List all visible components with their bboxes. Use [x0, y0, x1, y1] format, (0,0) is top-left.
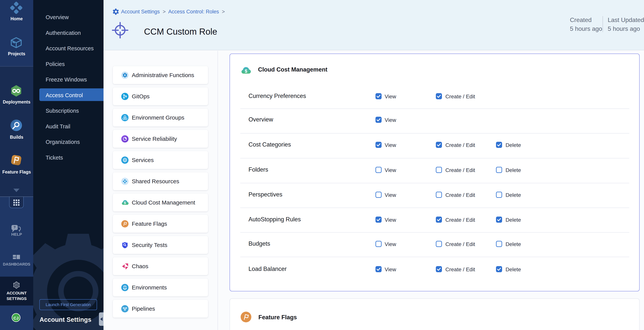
svg-text:?: ? [14, 225, 16, 229]
svg-text:$: $ [245, 69, 247, 74]
svg-text:$: $ [124, 201, 126, 205]
